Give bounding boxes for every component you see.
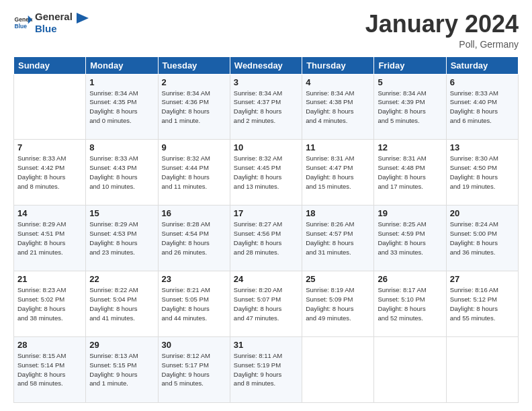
calendar-cell: 31Sunrise: 8:11 AMSunset: 5:19 PMDayligh… bbox=[230, 337, 302, 403]
day-info: Sunrise: 8:20 AMSunset: 5:07 PMDaylight:… bbox=[234, 285, 298, 322]
day-number: 3 bbox=[234, 77, 298, 87]
calendar-cell: 20Sunrise: 8:24 AMSunset: 5:00 PMDayligh… bbox=[446, 205, 518, 271]
page: General Blue General Blue January 2024 P… bbox=[0, 0, 532, 411]
day-number: 2 bbox=[162, 77, 226, 87]
calendar-cell: 1Sunrise: 8:34 AMSunset: 4:35 PMDaylight… bbox=[86, 74, 158, 140]
calendar-cell bbox=[302, 337, 374, 403]
calendar-cell: 16Sunrise: 8:28 AMSunset: 4:54 PMDayligh… bbox=[158, 205, 230, 271]
header: General Blue General Blue January 2024 P… bbox=[13, 11, 519, 50]
logo-blue: Blue bbox=[35, 23, 73, 35]
day-info: Sunrise: 8:33 AMSunset: 4:43 PMDaylight:… bbox=[89, 154, 154, 191]
day-number: 16 bbox=[162, 208, 226, 218]
location: Poll, Germany bbox=[365, 39, 519, 50]
day-number: 6 bbox=[450, 77, 515, 87]
calendar-cell bbox=[446, 337, 518, 403]
day-info: Sunrise: 8:29 AMSunset: 4:53 PMDaylight:… bbox=[89, 220, 154, 257]
calendar-cell: 26Sunrise: 8:17 AMSunset: 5:10 PMDayligh… bbox=[374, 271, 446, 337]
day-number: 21 bbox=[17, 274, 82, 284]
day-info: Sunrise: 8:15 AMSunset: 5:14 PMDaylight:… bbox=[17, 351, 82, 388]
svg-text:Blue: Blue bbox=[15, 23, 28, 30]
day-number: 29 bbox=[89, 340, 154, 350]
calendar-cell bbox=[374, 337, 446, 403]
day-info: Sunrise: 8:31 AMSunset: 4:48 PMDaylight:… bbox=[378, 154, 442, 191]
day-info: Sunrise: 8:17 AMSunset: 5:10 PMDaylight:… bbox=[378, 285, 442, 322]
day-info: Sunrise: 8:32 AMSunset: 4:44 PMDaylight:… bbox=[162, 154, 226, 191]
day-header-friday: Friday bbox=[374, 56, 446, 74]
day-number: 4 bbox=[306, 77, 370, 87]
day-number: 20 bbox=[450, 208, 515, 218]
calendar-cell: 28Sunrise: 8:15 AMSunset: 5:14 PMDayligh… bbox=[14, 337, 86, 403]
calendar-cell: 3Sunrise: 8:34 AMSunset: 4:37 PMDaylight… bbox=[230, 74, 302, 140]
day-number: 18 bbox=[306, 208, 370, 218]
day-info: Sunrise: 8:27 AMSunset: 4:56 PMDaylight:… bbox=[234, 220, 298, 257]
day-number: 8 bbox=[89, 142, 154, 152]
day-info: Sunrise: 8:29 AMSunset: 4:51 PMDaylight:… bbox=[17, 220, 82, 257]
logo-general: General bbox=[35, 11, 73, 23]
calendar-cell: 29Sunrise: 8:13 AMSunset: 5:15 PMDayligh… bbox=[86, 337, 158, 403]
calendar-table: SundayMondayTuesdayWednesdayThursdayFrid… bbox=[13, 56, 519, 403]
day-info: Sunrise: 8:30 AMSunset: 4:50 PMDaylight:… bbox=[450, 154, 515, 191]
day-number: 26 bbox=[378, 274, 442, 284]
calendar-cell bbox=[14, 74, 86, 140]
day-info: Sunrise: 8:34 AMSunset: 4:35 PMDaylight:… bbox=[89, 89, 154, 126]
calendar-cell: 12Sunrise: 8:31 AMSunset: 4:48 PMDayligh… bbox=[374, 140, 446, 205]
day-info: Sunrise: 8:25 AMSunset: 4:59 PMDaylight:… bbox=[378, 220, 442, 257]
day-number: 24 bbox=[234, 274, 298, 284]
calendar-cell: 21Sunrise: 8:23 AMSunset: 5:02 PMDayligh… bbox=[14, 271, 86, 337]
week-row-2: 7Sunrise: 8:33 AMSunset: 4:42 PMDaylight… bbox=[14, 140, 519, 205]
day-header-tuesday: Tuesday bbox=[158, 56, 230, 74]
day-number: 9 bbox=[162, 142, 226, 152]
day-info: Sunrise: 8:31 AMSunset: 4:47 PMDaylight:… bbox=[306, 154, 370, 191]
calendar-cell: 17Sunrise: 8:27 AMSunset: 4:56 PMDayligh… bbox=[230, 205, 302, 271]
day-info: Sunrise: 8:33 AMSunset: 4:42 PMDaylight:… bbox=[17, 154, 82, 191]
calendar-cell: 19Sunrise: 8:25 AMSunset: 4:59 PMDayligh… bbox=[374, 205, 446, 271]
calendar-cell: 24Sunrise: 8:20 AMSunset: 5:07 PMDayligh… bbox=[230, 271, 302, 337]
day-info: Sunrise: 8:34 AMSunset: 4:39 PMDaylight:… bbox=[378, 89, 442, 126]
day-number: 25 bbox=[306, 274, 370, 284]
day-number: 22 bbox=[89, 274, 154, 284]
day-info: Sunrise: 8:26 AMSunset: 4:57 PMDaylight:… bbox=[306, 220, 370, 257]
day-info: Sunrise: 8:23 AMSunset: 5:02 PMDaylight:… bbox=[17, 285, 82, 322]
day-info: Sunrise: 8:34 AMSunset: 4:36 PMDaylight:… bbox=[162, 89, 226, 126]
day-header-wednesday: Wednesday bbox=[230, 56, 302, 74]
calendar-cell: 30Sunrise: 8:12 AMSunset: 5:17 PMDayligh… bbox=[158, 337, 230, 403]
day-info: Sunrise: 8:22 AMSunset: 5:04 PMDaylight:… bbox=[89, 285, 154, 322]
day-info: Sunrise: 8:11 AMSunset: 5:19 PMDaylight:… bbox=[234, 351, 298, 388]
calendar-cell: 22Sunrise: 8:22 AMSunset: 5:04 PMDayligh… bbox=[86, 271, 158, 337]
day-info: Sunrise: 8:24 AMSunset: 5:00 PMDaylight:… bbox=[450, 220, 515, 257]
day-info: Sunrise: 8:28 AMSunset: 4:54 PMDaylight:… bbox=[162, 220, 226, 257]
week-row-3: 14Sunrise: 8:29 AMSunset: 4:51 PMDayligh… bbox=[14, 205, 519, 271]
month-title: January 2024 bbox=[365, 11, 519, 38]
calendar-cell: 10Sunrise: 8:32 AMSunset: 4:45 PMDayligh… bbox=[230, 140, 302, 205]
title-block: January 2024 Poll, Germany bbox=[365, 11, 519, 50]
day-number: 11 bbox=[306, 142, 370, 152]
day-number: 10 bbox=[234, 142, 298, 152]
day-header-saturday: Saturday bbox=[446, 56, 518, 74]
calendar-cell: 5Sunrise: 8:34 AMSunset: 4:39 PMDaylight… bbox=[374, 74, 446, 140]
day-number: 17 bbox=[234, 208, 298, 218]
day-number: 31 bbox=[234, 340, 298, 350]
calendar-cell: 6Sunrise: 8:33 AMSunset: 4:40 PMDaylight… bbox=[446, 74, 518, 140]
calendar-cell: 25Sunrise: 8:19 AMSunset: 5:09 PMDayligh… bbox=[302, 271, 374, 337]
day-number: 27 bbox=[450, 274, 515, 284]
calendar-cell: 9Sunrise: 8:32 AMSunset: 4:44 PMDaylight… bbox=[158, 140, 230, 205]
calendar-cell: 18Sunrise: 8:26 AMSunset: 4:57 PMDayligh… bbox=[302, 205, 374, 271]
calendar-cell: 2Sunrise: 8:34 AMSunset: 4:36 PMDaylight… bbox=[158, 74, 230, 140]
calendar-cell: 15Sunrise: 8:29 AMSunset: 4:53 PMDayligh… bbox=[86, 205, 158, 271]
calendar-cell: 8Sunrise: 8:33 AMSunset: 4:43 PMDaylight… bbox=[86, 140, 158, 205]
day-info: Sunrise: 8:34 AMSunset: 4:37 PMDaylight:… bbox=[234, 89, 298, 126]
day-info: Sunrise: 8:19 AMSunset: 5:09 PMDaylight:… bbox=[306, 285, 370, 322]
calendar-cell: 27Sunrise: 8:16 AMSunset: 5:12 PMDayligh… bbox=[446, 271, 518, 337]
calendar-cell: 23Sunrise: 8:21 AMSunset: 5:05 PMDayligh… bbox=[158, 271, 230, 337]
calendar-cell: 11Sunrise: 8:31 AMSunset: 4:47 PMDayligh… bbox=[302, 140, 374, 205]
day-number: 19 bbox=[378, 208, 442, 218]
week-row-1: 1Sunrise: 8:34 AMSunset: 4:35 PMDaylight… bbox=[14, 74, 519, 140]
calendar-cell: 4Sunrise: 8:34 AMSunset: 4:38 PMDaylight… bbox=[302, 74, 374, 140]
week-row-5: 28Sunrise: 8:15 AMSunset: 5:14 PMDayligh… bbox=[14, 337, 519, 403]
day-number: 15 bbox=[89, 208, 154, 218]
day-number: 23 bbox=[162, 274, 226, 284]
calendar-cell: 13Sunrise: 8:30 AMSunset: 4:50 PMDayligh… bbox=[446, 140, 518, 205]
day-number: 28 bbox=[17, 340, 82, 350]
day-number: 13 bbox=[450, 142, 515, 152]
day-number: 7 bbox=[17, 142, 82, 152]
